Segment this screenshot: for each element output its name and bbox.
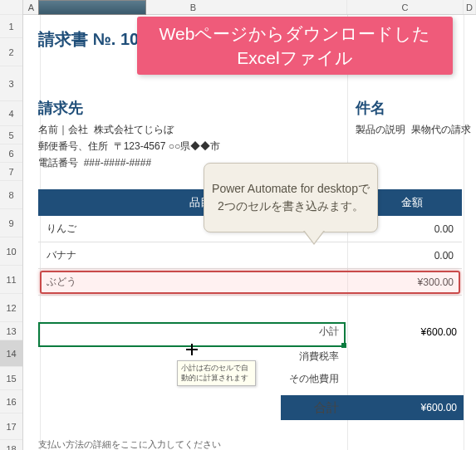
cell-tooltip: 小計は右のセルで自動的に計算されます [177, 360, 256, 386]
subtotal-row: 小計¥600.00 [281, 325, 464, 339]
footer-note: 支払い方法の詳細をここに入力してください [38, 438, 221, 450]
row-11[interactable]: 11 [0, 266, 22, 294]
row-17[interactable]: 17 [0, 413, 22, 440]
tax-row: 消費税率 [281, 350, 464, 364]
row-4[interactable]: 4 [0, 101, 22, 126]
row-12[interactable]: 12 [0, 294, 22, 322]
row-1[interactable]: 1 [0, 15, 22, 38]
gridline [464, 15, 464, 450]
phone-label: 電話番号 ###-####-#### [38, 156, 151, 170]
row-2[interactable]: 2 [0, 38, 22, 66]
row-8[interactable]: 8 [0, 181, 22, 209]
col-A[interactable]: A [23, 0, 40, 14]
billto-heading: 請求先 [38, 98, 83, 118]
fill-handle[interactable] [341, 343, 346, 348]
invoice-title: 請求書 №. 10 [38, 28, 139, 51]
row-3[interactable]: 3 [0, 66, 22, 101]
row-7[interactable]: 7 [0, 163, 22, 181]
col-D[interactable]: D [464, 0, 476, 14]
row-headers: 123456789101112131415161718 [0, 0, 23, 450]
row-13[interactable]: 13 [0, 322, 22, 340]
table-row[interactable]: バナナ0.00 [38, 242, 462, 269]
annotation-download: Webページからダウンロードした Excelファイル [137, 17, 453, 75]
cursor-icon [186, 344, 198, 355]
name-label: 名前｜会社 株式会社てじらぼ [38, 123, 174, 137]
other-row: その他費用 [281, 372, 464, 386]
addr-label: 郵便番号、住所 〒123-4567 ○○県◆◆市 [38, 139, 220, 154]
annotation-pad: Power Automate for desktopで2つのセルを書き込みます。 [204, 163, 378, 232]
worksheet[interactable]: 請求書 №. 10 請求先 件名 名前｜会社 株式会社てじらぼ 郵便番号、住所 … [23, 15, 476, 450]
col-C[interactable]: C [347, 0, 464, 14]
row-16[interactable]: 16 [0, 390, 22, 413]
total-row: 合計¥600.00 [281, 395, 464, 420]
row-9[interactable]: 9 [0, 209, 22, 237]
header-image [38, 0, 146, 15]
row-15[interactable]: 15 [0, 367, 22, 390]
row-14[interactable]: 14 [0, 340, 22, 367]
row-10[interactable]: 10 [0, 237, 22, 266]
subject-heading: 件名 [356, 98, 385, 118]
row-18[interactable]: 18 [0, 440, 22, 450]
row-6[interactable]: 6 [0, 144, 22, 163]
row-[interactable] [0, 0, 22, 15]
row-5[interactable]: 5 [0, 126, 22, 144]
highlighted-input-row[interactable] [40, 271, 460, 294]
desc-label: 製品の説明 果物代の請求 [356, 123, 471, 137]
